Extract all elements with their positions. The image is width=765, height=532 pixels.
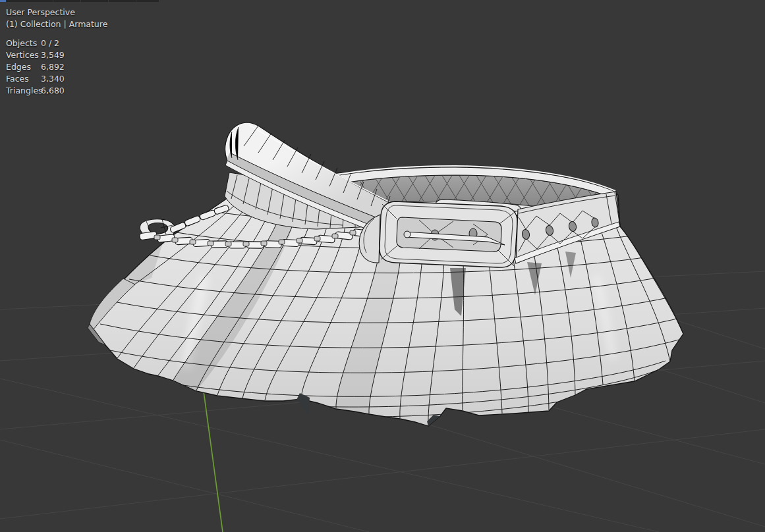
y-axis-line xyxy=(204,391,223,532)
collection-context-label: (1) Collection | Armature xyxy=(6,18,107,30)
skirt-mesh[interactable] xyxy=(88,122,683,434)
header-accent-chip xyxy=(0,0,6,2)
stat-objects: Objects 0 / 2 xyxy=(6,38,107,49)
scene-statistics: Objects 0 / 2 Vertices 3,549 Edges 6,892… xyxy=(6,38,107,97)
viewport-overlay: User Perspective (1) Collection | Armatu… xyxy=(6,7,107,97)
stat-edges: Edges 6,892 xyxy=(6,61,107,73)
stat-triangles: Triangles 6,680 xyxy=(6,85,107,97)
viewport-canvas[interactable] xyxy=(0,0,765,532)
belt-buckle[interactable] xyxy=(380,201,517,267)
stat-faces: Faces 3,340 xyxy=(6,73,107,85)
view-perspective-label: User Perspective xyxy=(6,7,107,18)
header-strip-remnant xyxy=(0,0,159,2)
stat-vertices: Vertices 3,549 xyxy=(6,49,107,61)
blender-3d-viewport[interactable]: User Perspective (1) Collection | Armatu… xyxy=(0,0,765,532)
